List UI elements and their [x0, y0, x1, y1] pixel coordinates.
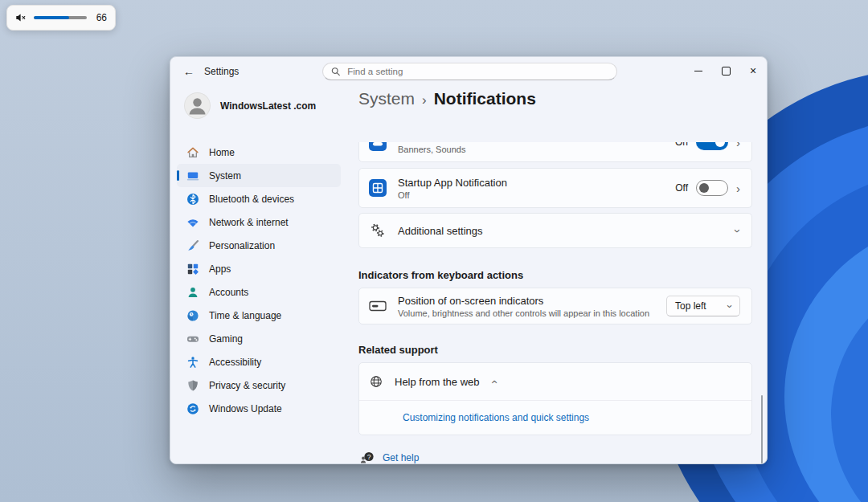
- close-icon: ×: [750, 65, 756, 76]
- home-icon: [186, 146, 199, 159]
- sidebar: WindowsLatest .com Home System: [170, 86, 352, 463]
- sidebar-nav: Home System Bluetooth & devices: [177, 141, 341, 420]
- sidebar-item-label: System: [209, 170, 241, 182]
- breadcrumb-parent[interactable]: System: [358, 89, 415, 108]
- toggle-state-label: On: [675, 142, 688, 148]
- chevron-right-icon: ›: [736, 142, 740, 149]
- row-title: Help from the web: [395, 376, 480, 388]
- accounts-icon: [186, 286, 199, 299]
- window-controls: ×: [685, 57, 767, 84]
- position-indicators-row: Position of on-screen indicators Volume,…: [358, 288, 752, 324]
- breadcrumb-separator-icon: ›: [422, 92, 427, 108]
- gamepad-icon: [186, 333, 199, 345]
- row-subtitle: Off: [398, 190, 664, 200]
- bluetooth-icon: [186, 193, 199, 206]
- back-arrow-icon: ←: [183, 65, 194, 78]
- row-subtitle: Volume, brightness and other controls wi…: [398, 308, 655, 318]
- search-input[interactable]: [346, 66, 608, 77]
- sidebar-item-label: Privacy & security: [209, 380, 285, 391]
- row-title: Startup App Notification: [398, 177, 664, 189]
- notifications-toggle[interactable]: [696, 142, 728, 150]
- volume-slider[interactable]: [34, 16, 87, 19]
- clock-icon: [186, 309, 199, 322]
- additional-settings-expander[interactable]: Additional settings ›: [358, 213, 752, 248]
- maximize-button[interactable]: [712, 57, 739, 84]
- chevron-down-icon: ›: [724, 304, 735, 308]
- sidebar-item-personalization[interactable]: Personalization: [177, 234, 341, 257]
- sidebar-item-system[interactable]: System: [177, 164, 341, 187]
- help-link-row: Customizing notifications and quick sett…: [359, 401, 751, 435]
- sidebar-item-label: Home: [209, 147, 235, 158]
- sidebar-item-windows-update[interactable]: Windows Update: [177, 397, 341, 420]
- toggle-state-label: Off: [675, 182, 688, 194]
- sidebar-item-accounts[interactable]: Accounts: [177, 280, 341, 304]
- update-icon: [186, 402, 199, 415]
- settings-scroll-area: Banners, Sounds On › Startup App Notific…: [358, 142, 752, 463]
- desktop: 66 ← Settings ×: [0, 0, 868, 502]
- sidebar-item-label: Bluetooth & devices: [209, 194, 294, 205]
- main-content: System › Notifications Banners, Sounds O…: [352, 86, 767, 463]
- get-help-icon: ?: [360, 451, 375, 463]
- notifications-row[interactable]: Banners, Sounds On ›: [358, 142, 752, 162]
- search-box[interactable]: [322, 63, 617, 80]
- startup-app-toggle[interactable]: [696, 180, 728, 196]
- row-title: Position of on-screen indicators: [398, 295, 655, 307]
- breadcrumb: System › Notifications: [358, 89, 536, 113]
- titlebar: ← Settings ×: [170, 57, 767, 86]
- row-subtitle: Banners, Sounds: [398, 145, 664, 154]
- section-header-related-support: Related support: [358, 344, 752, 356]
- help-group: Help from the web › Customizing notifica…: [358, 362, 752, 435]
- back-button[interactable]: ←: [177, 61, 201, 82]
- sidebar-item-accessibility[interactable]: Accessibility: [177, 350, 341, 373]
- sidebar-item-network[interactable]: Network & internet: [177, 210, 341, 234]
- sidebar-item-home[interactable]: Home: [177, 141, 341, 164]
- gears-icon: [369, 222, 387, 239]
- scrollbar-thumb[interactable]: [761, 395, 763, 464]
- avatar: [184, 92, 211, 119]
- position-dropdown[interactable]: Top left ›: [666, 296, 740, 316]
- volume-osd: 66: [6, 5, 116, 31]
- personalization-icon: [186, 239, 199, 252]
- help-from-web-expander[interactable]: Help from the web ›: [359, 363, 751, 400]
- sidebar-item-apps[interactable]: Apps: [177, 257, 341, 280]
- minimize-icon: [694, 71, 702, 71]
- chevron-right-icon: ›: [736, 182, 740, 194]
- apps-icon: [186, 263, 199, 275]
- startup-app-notification-row[interactable]: Startup App Notification Off Off ›: [358, 168, 752, 208]
- get-help-link[interactable]: ? Get help: [360, 448, 752, 463]
- help-web-link[interactable]: Customizing notifications and quick sett…: [403, 412, 589, 423]
- close-button[interactable]: ×: [739, 57, 767, 84]
- search-icon: [331, 67, 340, 76]
- accessibility-icon: [186, 356, 199, 369]
- sidebar-item-time-language[interactable]: Time & language: [177, 304, 341, 327]
- startup-app-icon: [369, 179, 387, 197]
- sidebar-item-label: Personalization: [209, 240, 275, 251]
- user-account[interactable]: WindowsLatest .com: [184, 92, 316, 119]
- system-icon: [186, 169, 199, 182]
- sidebar-item-label: Windows Update: [209, 403, 282, 414]
- volume-value: 66: [94, 12, 107, 23]
- sidebar-item-gaming[interactable]: Gaming: [177, 327, 341, 350]
- sidebar-item-label: Network & internet: [209, 217, 289, 228]
- sidebar-item-label: Gaming: [209, 333, 243, 345]
- svg-text:?: ?: [367, 453, 371, 461]
- page-title: Notifications: [434, 89, 536, 108]
- wifi-icon: [186, 216, 199, 229]
- row-title: Additional settings: [398, 225, 725, 237]
- selection-indicator: [177, 170, 179, 181]
- sidebar-item-privacy[interactable]: Privacy & security: [177, 373, 341, 397]
- onscreen-indicator-icon: [369, 297, 387, 315]
- notifications-icon: [369, 142, 387, 151]
- settings-window: ← Settings ×: [170, 56, 768, 464]
- dropdown-value: Top left: [675, 300, 706, 312]
- sidebar-item-label: Accounts: [209, 287, 248, 298]
- chevron-up-icon: ›: [487, 380, 499, 384]
- volume-slider-fill: [34, 16, 69, 19]
- section-header-indicators: Indicators from keyboard actions: [358, 269, 752, 281]
- sidebar-item-bluetooth[interactable]: Bluetooth & devices: [177, 187, 341, 210]
- volume-mute-icon[interactable]: [15, 11, 27, 24]
- chevron-down-icon: ›: [732, 229, 744, 233]
- minimize-button[interactable]: [685, 57, 712, 84]
- user-name: WindowsLatest .com: [220, 100, 316, 112]
- sidebar-item-label: Time & language: [209, 310, 281, 321]
